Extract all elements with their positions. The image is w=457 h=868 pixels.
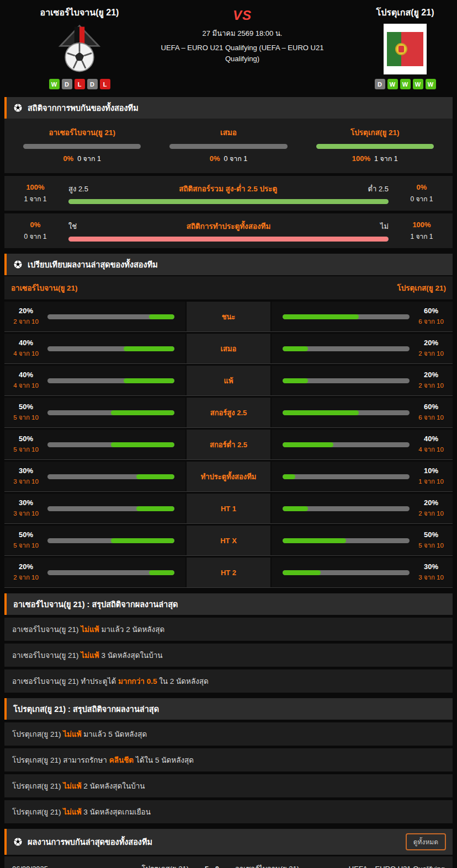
h2h-line-left-label: สูง 2.5: [68, 183, 88, 195]
comparison-away-cell: 60%6 จาก 10: [272, 398, 453, 427]
comparison-home-percent: 50%: [10, 435, 42, 443]
view-all-button[interactable]: ดูทั้งหมด: [406, 833, 446, 850]
away-team-cell: อาเซอร์ไบจาน(ยู 21): [228, 863, 346, 868]
h2h-stats-section: สถิติจากการพบกันของทั้งสองทีม อาเซอร์ไบจ…: [4, 97, 453, 248]
summary-row: อาเซอร์ไบจาน(ยู 21) ทำประตูได้ มากกว่า 0…: [4, 669, 453, 693]
summary-text-pre: โปรตุเกส(ยู 21): [12, 730, 63, 738]
comparison-home-percent: 50%: [10, 403, 42, 411]
h2h-line-right: 100%1 จาก 1: [396, 221, 447, 242]
h2h-line-right-label: ไม่: [380, 221, 389, 232]
comparison-away-count: 2 จาก 10: [415, 349, 447, 358]
summary-highlight: ไม่แพ้: [81, 625, 99, 634]
comparison-away-values: 60%6 จาก 10: [415, 307, 447, 326]
stat-bar-fill: [68, 199, 389, 204]
stat-bar: [169, 144, 287, 149]
comparison-away-percent: 30%: [415, 562, 447, 571]
h2h-line-left: 100%1 จาก 1: [10, 183, 61, 204]
h2h-column-percent: 0%: [63, 154, 73, 163]
h2h-column-label: เสมอ: [169, 126, 287, 138]
h2h-result-row[interactable]: 06/09/2025โปรตุเกส(ยู 21)5 - 0อาเซอร์ไบจ…: [4, 856, 453, 868]
comparison-away-percent: 60%: [415, 307, 447, 315]
summary-highlight: ไม่แพ้: [81, 651, 99, 660]
comparison-away-cell: 20%2 จาก 10: [272, 334, 453, 363]
h2h-stat-line: 100%1 จาก 1สูง 2.5สถิติสกอร์รวม สูง-ต่ำ …: [4, 173, 453, 211]
comparison-away-count: 6 จาก 10: [415, 317, 447, 326]
comparison-rows: 20%2 จาก 10ชนะ60%6 จาก 1040%4 จาก 10เสมอ…: [4, 302, 453, 588]
home-team-logo: [54, 24, 105, 74]
comparison-away-bar-wrap: [283, 314, 410, 319]
comparison-away-count: 5 จาก 10: [415, 540, 447, 550]
h2h-line-right-percent: 100%: [396, 221, 447, 229]
portugal-flag-icon: [387, 32, 423, 66]
h2h-line-left-percent: 100%: [10, 183, 61, 191]
comparison-away-count: 3 จาก 10: [415, 572, 447, 582]
home-team-name: อาเซอร์ไบจาน(ยู 21): [40, 6, 119, 19]
comparison-home-cell: 30%3 จาก 10: [4, 462, 185, 491]
form-badge: W: [413, 79, 423, 89]
stat-bar: [283, 410, 410, 415]
comparison-row: 30%3 จาก 10HT 120%2 จาก 10: [4, 494, 453, 524]
summary-text-post: มาแล้ว 5 นัดหลังสุด: [82, 730, 147, 738]
comparison-home-cell: 40%4 จาก 10: [4, 366, 185, 395]
comparison-away-bar-wrap: [283, 570, 410, 575]
team-summary-header: อาเซอร์ไบจาน(ยู 21) : สรุปสถิติจากผลงานล…: [4, 593, 453, 615]
h2h-result-columns: อาเซอร์ไบจาน(ยู 21)0%0 จาก 1เสมอ0%0 จาก …: [4, 119, 453, 173]
comparison-away-percent: 20%: [415, 371, 447, 379]
comparison-home-cell: 50%5 จาก 10: [4, 526, 185, 555]
stat-bar: [47, 346, 174, 351]
stat-bar: [47, 314, 174, 319]
comparison-away-bar-wrap: [283, 346, 410, 351]
stat-bar-fill: [283, 538, 346, 543]
h2h-line-middle: สูง 2.5สถิติสกอร์รวม สูง-ต่ำ 2.5 ประตูต่…: [61, 183, 396, 204]
stat-bar: [23, 144, 141, 149]
comparison-away-cell: 60%6 จาก 10: [272, 302, 453, 331]
stat-bar: [283, 570, 410, 575]
comparison-home-bar-wrap: [47, 570, 174, 575]
away-form-row: DWWWW: [375, 79, 436, 89]
comparison-home-values: 30%3 จาก 10: [10, 467, 42, 486]
h2h-line-left-count: 1 จาก 1: [10, 194, 61, 204]
comparison-home-values: 20%2 จาก 10: [10, 307, 42, 326]
comparison-home-cell: 30%3 จาก 10: [4, 494, 185, 523]
h2h-result-column: อาเซอร์ไบจาน(ยู 21)0%0 จาก 1: [9, 126, 155, 164]
comparison-home-bar-wrap: [47, 410, 174, 415]
stat-bar-fill: [283, 506, 308, 511]
h2h-column-label: โปรตุเกส(ยู 21): [316, 126, 434, 138]
form-badge: D: [62, 79, 72, 89]
stat-bar: [316, 144, 434, 149]
h2h-stat-line: 0%0 จาก 1ใช่สถิติการทำประตูทั้งสองทีมไม่…: [4, 211, 453, 248]
form-badge: W: [387, 79, 398, 89]
h2h-line-right-percent: 0%: [396, 183, 447, 191]
comparison-away-count: 1 จาก 10: [415, 476, 447, 486]
soccer-ball-icon: [13, 260, 23, 269]
comparison-away-values: 60%6 จาก 10: [415, 403, 447, 422]
away-team-logo: [384, 24, 427, 74]
stat-bar-fill: [283, 314, 359, 319]
summary-text-post: 2 นัดหลังสุดในบ้าน: [82, 782, 145, 790]
comparison-away-cell: 50%5 จาก 10: [272, 526, 453, 555]
h2h-column-values: 0%0 จาก 1: [169, 153, 287, 164]
stat-bar: [283, 538, 410, 543]
h2h-result-column: โปรตุเกส(ยู 21)100%1 จาก 1: [302, 126, 448, 164]
match-header: อาเซอร์ไบจาน(ยู 21) WDLDL VS 27 มีนาคม 2…: [0, 0, 457, 92]
stat-bar: [283, 314, 410, 319]
summary-row: อาเซอร์ไบจาน(ยู 21) ไม่แพ้ 3 นัดหลังสุดใ…: [4, 644, 453, 667]
comparison-section: เปรียบเทียบผลงานล่าสุดของทั้งสองทีม อาเซ…: [4, 254, 453, 588]
comparison-home-values: 50%5 จาก 10: [10, 435, 42, 454]
comparison-away-cell: 40%4 จาก 10: [272, 430, 453, 459]
competition-cell: UEFA – EURO U21 Qualifying: [346, 864, 445, 868]
comparison-home-cell: 40%4 จาก 10: [4, 334, 185, 363]
comparison-home-count: 2 จาก 10: [10, 572, 42, 582]
comparison-away-values: 20%2 จาก 10: [415, 499, 447, 518]
competition-name: UEFA – EURO U21 Qualifying (UEFA – EURO …: [151, 42, 333, 64]
summary-highlight: ไม่แพ้: [63, 782, 81, 790]
h2h-line-labels: ใช่สถิติการทำประตูทั้งสองทีมไม่: [68, 220, 389, 232]
comparison-home-team: อาเซอร์ไบจาน(ยู 21): [11, 282, 78, 294]
soccer-ball-icon: [13, 837, 23, 846]
team-summary-title: อาเซอร์ไบจาน(ยู 21) : สรุปสถิติจากผลงานล…: [13, 598, 178, 610]
h2h-stats-title: สถิติจากการพบกันของทั้งสองทีม: [28, 101, 139, 114]
match-datetime: 27 มีนาคม 2569 18:00 น.: [151, 28, 333, 39]
comparison-away-percent: 60%: [415, 403, 447, 411]
comparison-row-label: สกอร์ต่ำ 2.5: [187, 430, 270, 459]
stat-bar: [47, 538, 174, 543]
